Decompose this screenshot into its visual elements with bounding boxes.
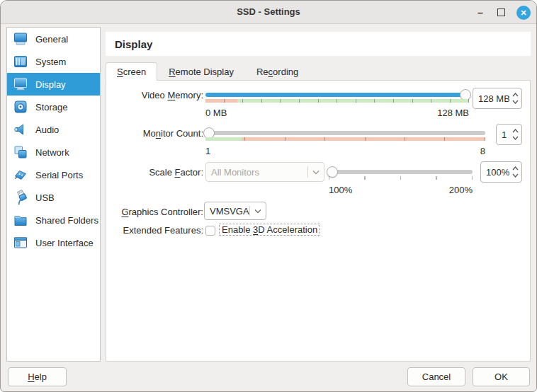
minimize-icon[interactable]: –	[474, 6, 487, 19]
video-memory-slider-track[interactable]	[205, 93, 469, 97]
scale-factor-spinbox[interactable]: 100%	[480, 161, 522, 183]
enable-3d-acceleration-checkbox[interactable]	[205, 226, 215, 236]
sidebar-item-label: Display	[35, 79, 66, 90]
sidebar-item-storage[interactable]: Storage	[7, 96, 100, 118]
video-memory-spin-arrows	[509, 88, 521, 108]
sidebar-item-serial-ports[interactable]: Serial Ports	[7, 163, 100, 186]
usb-icon	[13, 190, 28, 205]
video-memory-spinbox[interactable]: 128 MB	[473, 88, 522, 109]
general-icon	[13, 31, 28, 47]
monitor-count-min-label: 1	[205, 146, 210, 156]
sidebar-item-label: Storage	[35, 102, 68, 113]
ok-button[interactable]: OK	[473, 367, 530, 386]
monitor-count-value[interactable]: 1	[497, 129, 509, 140]
maximize-icon[interactable]	[495, 6, 508, 19]
window-title: SSD - Settings	[1, 6, 536, 17]
scale-factor-monitor-value: All Monitors	[206, 167, 307, 178]
extended-features-label: Extended Features:	[111, 225, 203, 236]
monitor-count-label: Monitor Count:	[111, 128, 203, 139]
shared-folders-icon	[13, 212, 28, 228]
settings-window: SSD - Settings – ✕ General System Displa…	[0, 0, 537, 392]
serial-ports-icon	[13, 167, 28, 183]
sidebar-item-network[interactable]: Network	[7, 141, 100, 163]
spin-up-icon[interactable]	[511, 166, 520, 171]
user-interface-icon	[13, 235, 28, 250]
scale-factor-max-label: 200%	[449, 185, 473, 195]
sidebar-item-label: Shared Folders	[35, 215, 98, 226]
tab-recording[interactable]: Recording	[245, 62, 310, 81]
sidebar-item-label: USB	[35, 192, 55, 203]
sidebar-item-usb[interactable]: USB	[7, 186, 100, 209]
chevron-down-icon	[250, 209, 266, 214]
close-icon[interactable]: ✕	[516, 6, 531, 20]
cancel-button[interactable]: Cancel	[407, 367, 465, 386]
sidebar-item-label: Serial Ports	[35, 170, 83, 180]
scale-factor-monitor-dropdown: All Monitors	[205, 162, 324, 182]
scale-factor-spin-arrows	[509, 162, 521, 182]
spin-down-icon[interactable]	[511, 173, 520, 178]
scale-factor-slider-track[interactable]	[329, 170, 473, 174]
sidebar-item-display[interactable]: Display	[7, 73, 100, 96]
monitor-count-range-labels: 1 8	[205, 146, 485, 156]
video-memory-label: Video Memory:	[111, 90, 203, 100]
video-memory-slider[interactable]: 0 MB 128 MB	[205, 93, 469, 127]
maximize-square	[497, 8, 505, 16]
storage-icon	[13, 99, 28, 115]
sidebar-item-audio[interactable]: Audio	[7, 118, 100, 141]
system-icon	[13, 54, 28, 69]
sidebar-item-label: System	[35, 57, 66, 67]
spin-down-icon[interactable]	[511, 135, 520, 141]
monitor-count-tickstrip	[205, 137, 485, 141]
sidebar-item-label: User Interface	[35, 238, 94, 248]
video-memory-range-labels: 0 MB 128 MB	[205, 108, 469, 118]
screen-tab-pane: Video Memory: 0 MB 128 MB 128 MB Monitor…	[106, 80, 531, 362]
spin-up-icon[interactable]	[511, 92, 520, 98]
graphics-controller-label: Graphics Controller:	[111, 207, 203, 217]
display-icon	[13, 76, 28, 92]
video-memory-max-label: 128 MB	[437, 108, 469, 118]
spin-down-icon[interactable]	[511, 99, 520, 105]
video-memory-tickstrip	[205, 99, 469, 103]
titlebar[interactable]: SSD - Settings – ✕	[1, 1, 536, 24]
scale-factor-range-labels: 100% 200%	[329, 185, 473, 195]
enable-3d-acceleration-checkbox-label[interactable]: Enable 3D Acceleration	[219, 224, 320, 236]
spin-up-icon[interactable]	[511, 128, 520, 134]
monitor-count-spin-arrows	[509, 125, 521, 144]
display-tabs: Screen Remote Display Recording	[106, 62, 310, 81]
window-controls: – ✕	[474, 1, 531, 24]
chevron-down-icon	[308, 170, 324, 175]
graphics-controller-dropdown[interactable]: VMSVGA	[204, 202, 266, 220]
graphics-controller-value: VMSVGA	[205, 206, 249, 217]
help-button[interactable]: Help	[8, 367, 67, 386]
video-memory-min-label: 0 MB	[205, 108, 227, 118]
scale-factor-value[interactable]: 100%	[481, 167, 509, 178]
monitor-count-slider-track[interactable]	[205, 131, 485, 135]
sidebar-item-general[interactable]: General	[7, 28, 100, 50]
tab-remote-display[interactable]: Remote Display	[157, 62, 245, 81]
monitor-count-spinbox[interactable]: 1	[496, 124, 522, 145]
sidebar-item-label: General	[35, 34, 68, 45]
sidebar-item-user-interface[interactable]: User Interface	[7, 231, 100, 254]
settings-category-list: General System Display Storage Audio	[6, 27, 101, 362]
sidebar-item-label: Audio	[35, 125, 59, 135]
scale-factor-tickstrip	[329, 176, 473, 180]
scale-factor-slider[interactable]: 100% 200%	[329, 170, 473, 204]
monitor-count-max-label: 8	[480, 146, 485, 156]
sidebar-item-shared-folders[interactable]: Shared Folders	[7, 209, 100, 231]
audio-icon	[13, 122, 28, 137]
sidebar-item-label: Network	[35, 147, 69, 158]
page-header: Display	[106, 32, 531, 56]
scale-factor-label: Scale Factor:	[111, 167, 203, 178]
tab-screen[interactable]: Screen	[106, 62, 157, 81]
video-memory-value[interactable]: 128 MB	[473, 93, 509, 104]
page-title: Display	[115, 38, 152, 50]
scale-factor-min-label: 100%	[329, 185, 352, 195]
monitor-count-slider[interactable]: 1 8	[205, 131, 485, 165]
sidebar-item-system[interactable]: System	[7, 50, 100, 73]
network-icon	[13, 144, 28, 160]
